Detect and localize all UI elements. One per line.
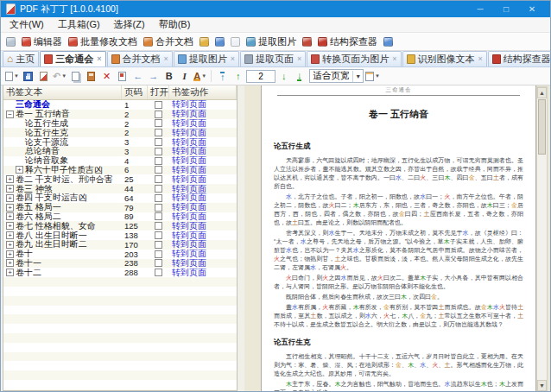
page-number-cell: 25: [122, 174, 148, 184]
open-checkbox[interactable]: [155, 119, 162, 127]
column-header-open[interactable]: 打开: [148, 85, 169, 99]
bookmark-label: 卷十二: [16, 267, 41, 279]
open-checkbox[interactable]: [155, 166, 162, 174]
new-document-button[interactable]: ▼: [4, 69, 20, 84]
bold-button[interactable]: B: [162, 69, 176, 84]
first-page-icon: ↑: [220, 72, 225, 81]
tab-ocr-image-text[interactable]: 识别图像文本×: [402, 51, 487, 66]
maximize-button[interactable]: □: [493, 1, 519, 17]
import-info-button[interactable]: [382, 36, 395, 47]
open-checkbox[interactable]: [155, 101, 162, 109]
batch-modify-button[interactable]: 批量修改文档: [66, 35, 139, 49]
tab-sanmingtonghui[interactable]: 三命通会×: [40, 51, 105, 66]
save-button[interactable]: [21, 69, 35, 84]
page-number-cell: 79: [122, 203, 148, 212]
ocr-image-text-button[interactable]: [198, 36, 211, 47]
font-color-button[interactable]: A▼: [193, 69, 207, 84]
open-checkbox[interactable]: [155, 231, 162, 239]
page-number-input[interactable]: [246, 70, 276, 83]
patch-document-button[interactable]: [301, 36, 314, 47]
shift-right-button[interactable]: →: [146, 69, 161, 84]
tab-structure-inspector[interactable]: 结构探查器×: [488, 51, 550, 66]
open-checkbox[interactable]: [155, 111, 162, 118]
tab-merge-documents[interactable]: 合并文档×: [107, 51, 173, 66]
delete-button[interactable]: ✕: [99, 69, 114, 84]
close-button[interactable]: ✕: [519, 1, 545, 17]
open-checkbox[interactable]: [155, 222, 162, 230]
panel-splitter[interactable]: [238, 85, 244, 391]
shift-left-button[interactable]: ←: [130, 69, 145, 84]
italic-button[interactable]: I: [177, 69, 192, 84]
open-checkbox[interactable]: [155, 241, 162, 249]
column-header-bookmark-action[interactable]: 书签动作: [169, 85, 237, 99]
insert-bookmark-button[interactable]: [115, 69, 130, 84]
tab-home[interactable]: ⌂主页: [3, 51, 39, 66]
minimize-button[interactable]: ─: [467, 1, 493, 17]
pdf-page: 三命通会 卷一 五行纳音 论五行生成天高寥廓，六气回旋以成四时；地厚幽深，五行化…: [261, 85, 536, 391]
menu-toolbox[interactable]: 工具箱(G): [51, 17, 107, 32]
open-checkbox[interactable]: [155, 250, 162, 258]
menu-help[interactable]: 帮助(B): [152, 17, 198, 32]
extract-pages-button[interactable]: [229, 36, 242, 47]
next-page-icon: ↓: [282, 72, 287, 81]
scrollbar-thumb[interactable]: [538, 99, 546, 155]
paste-button[interactable]: [84, 69, 98, 84]
open-checkbox[interactable]: [155, 194, 162, 202]
open-checkbox[interactable]: [155, 185, 162, 193]
first-page-button[interactable]: ↑: [215, 69, 230, 84]
chevron-down-icon: ▼: [61, 73, 66, 79]
open-cell: [148, 259, 169, 267]
scroll-up-icon[interactable]: ▲: [537, 87, 547, 98]
tab-render-pages[interactable]: 转换页面为图片×: [307, 51, 401, 66]
open-checkbox[interactable]: [155, 212, 162, 220]
menu-file[interactable]: 文件(W): [3, 17, 51, 32]
goto-page-link[interactable]: 转到页面: [172, 267, 206, 279]
preview-scrollbar[interactable]: ▲ ▼: [536, 86, 548, 391]
render-pages-button[interactable]: [213, 36, 226, 47]
view-options-button[interactable]: ▼: [364, 69, 381, 84]
page-number-cell: 3: [122, 137, 148, 147]
extract-images-button[interactable]: 提取图片: [244, 35, 298, 49]
main-toolbar: 编辑器批量修改文档合并文档提取图片结构探查器: [1, 33, 550, 51]
scroll-down-icon[interactable]: ▼: [537, 380, 547, 391]
open-checkbox[interactable]: [155, 259, 162, 267]
open-cell: [148, 269, 169, 276]
close-icon[interactable]: ×: [231, 54, 235, 63]
copy-button[interactable]: [68, 69, 83, 84]
copy-icon: [72, 72, 79, 81]
close-icon[interactable]: ×: [97, 54, 101, 63]
editor-button[interactable]: 编辑器: [20, 35, 64, 49]
structure-inspector-button[interactable]: 结构探查器: [316, 35, 379, 49]
column-header-bookmark-text[interactable]: 书签文本: [3, 85, 122, 99]
next-page-button[interactable]: ↓: [276, 69, 291, 84]
open-checkbox[interactable]: [155, 204, 162, 212]
open-checkbox[interactable]: [155, 269, 162, 276]
open-checkbox[interactable]: [155, 129, 162, 136]
table-row[interactable]: +卷十二288转到页面: [3, 268, 237, 277]
close-icon[interactable]: ×: [164, 54, 168, 63]
previous-page-button[interactable]: ↑: [231, 69, 245, 84]
open-checkbox[interactable]: [155, 175, 162, 183]
paragraph: 火曰命门，则火之因水而后见，故火曰次二。盖草木子实，大小具备，其中皆有两以相合者…: [274, 274, 523, 291]
expand-icon[interactable]: +: [6, 269, 14, 276]
column-header-page-number[interactable]: 页码: [122, 85, 148, 99]
tab-extract-images[interactable]: 提取图片×: [174, 51, 239, 66]
quick-toggle-button[interactable]: [4, 36, 17, 47]
home-icon: ⌂: [7, 54, 13, 64]
close-icon[interactable]: ×: [478, 54, 483, 63]
open-checkbox[interactable]: [155, 138, 162, 146]
last-page-button[interactable]: ↓: [292, 69, 307, 84]
close-icon[interactable]: ×: [392, 54, 396, 63]
merge-documents-button[interactable]: 合并文档: [142, 35, 195, 49]
menu-select[interactable]: 选择(Z): [107, 17, 152, 32]
open-checkbox[interactable]: [155, 157, 162, 165]
open-checkbox[interactable]: [155, 148, 162, 155]
zoom-mode-select[interactable]: 适合页宽▼: [309, 69, 364, 83]
tab-extract-pages[interactable]: 提取页面×: [240, 51, 306, 66]
close-icon[interactable]: ×: [297, 54, 301, 63]
save-as-button[interactable]: [36, 69, 51, 84]
extract-pages-icon: [231, 37, 240, 47]
undo-button[interactable]: ↶▼: [52, 69, 67, 84]
paste-icon: [87, 72, 95, 81]
scrollbar-track[interactable]: [537, 155, 547, 380]
